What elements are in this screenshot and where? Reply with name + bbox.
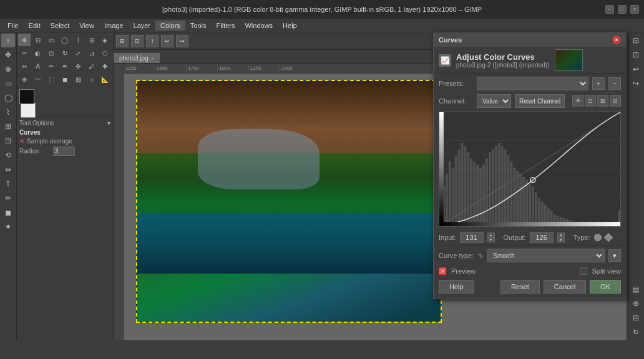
preview-checkbox[interactable]: ✕	[439, 267, 446, 275]
tool-icon-pencil[interactable]: ✒	[59, 60, 71, 72]
undo-icon[interactable]: ↩	[161, 35, 173, 47]
tool-bucket[interactable]: ◼	[1, 206, 15, 219]
menu-windows[interactable]: Windows	[240, 21, 278, 31]
paths-icon[interactable]: ⌇	[146, 35, 159, 47]
tool-icon-rect[interactable]: ▭	[45, 34, 57, 46]
redo-icon[interactable]: ↪	[176, 35, 188, 47]
channel-icon-mask[interactable]: ⊟	[610, 95, 621, 107]
tool-icon-text[interactable]: A	[32, 60, 44, 72]
output-value[interactable]	[530, 232, 554, 243]
split-view-checkbox[interactable]	[580, 267, 587, 275]
tool-crop[interactable]: ⊡	[1, 134, 15, 148]
channel-icon-intersect[interactable]: ⊡	[585, 95, 596, 107]
right-panel-bottom4[interactable]: ↻	[629, 325, 643, 339]
menu-image[interactable]: Image	[99, 21, 129, 31]
tool-icon-free[interactable]: ⌇	[72, 34, 84, 46]
menu-filters[interactable]: Filters	[212, 21, 240, 31]
presets-delete-button[interactable]: −	[608, 77, 621, 90]
tool-icon-perspective[interactable]: ⬡	[99, 47, 111, 59]
channel-icon-eye[interactable]: 👁	[572, 95, 583, 107]
curve-type-select[interactable]: Smooth	[487, 249, 605, 262]
tool-icon-airbrush[interactable]: ✣	[72, 60, 84, 72]
right-panel-bottom2[interactable]: ⊕	[629, 297, 643, 310]
tool-select-ellipse[interactable]: ◯	[1, 91, 15, 105]
help-button[interactable]: Help	[439, 280, 474, 294]
tool-icon-crop[interactable]: ⊡	[45, 47, 57, 59]
tool-icon-bucket[interactable]: ◼	[59, 73, 71, 85]
menu-view[interactable]: View	[74, 21, 99, 31]
output-spin-down[interactable]: ▼	[557, 237, 565, 242]
tool-icon-align[interactable]: ⊟	[32, 34, 44, 46]
tool-icon-fuzzy[interactable]: ⊞	[85, 34, 98, 46]
canvas-image[interactable]	[136, 80, 442, 323]
menu-colors[interactable]: Colors	[155, 21, 185, 31]
right-panel-btn3[interactable]: ↩	[629, 62, 643, 76]
input-spin-down[interactable]: ▼	[487, 237, 495, 242]
tool-icon-clone[interactable]: ⊕	[18, 73, 31, 85]
tool-move[interactable]: ✥	[1, 48, 15, 62]
right-panel-btn1[interactable]: ⊟	[629, 34, 643, 47]
tool-icon-ink[interactable]: 🖊	[85, 60, 98, 72]
menu-help[interactable]: Help	[278, 21, 302, 31]
menu-select[interactable]: Select	[46, 21, 75, 31]
menu-edit[interactable]: Edit	[24, 21, 46, 31]
right-panel-bottom3[interactable]: ⊟	[629, 311, 643, 325]
canvas-tab-close[interactable]: ×	[151, 55, 154, 62]
tool-fuzzy[interactable]: ⊞	[1, 120, 15, 133]
tool-icon-paint[interactable]: ✏	[45, 60, 57, 72]
presets-add-button[interactable]: +	[592, 77, 605, 90]
tool-icon-gradient[interactable]: ▤	[72, 73, 84, 85]
tool-icon-dodge[interactable]: ☼	[85, 73, 98, 85]
canvas-tab-photo3[interactable]: photo3.jpg ×	[114, 53, 160, 63]
input-value[interactable]	[460, 232, 484, 243]
right-panel-btn4[interactable]: ↪	[629, 77, 643, 90]
type-radio-circle[interactable]	[594, 234, 602, 241]
output-spin-up[interactable]: ▲	[557, 232, 565, 237]
minimize-button[interactable]: −	[605, 5, 614, 14]
tool-icon-erase[interactable]: ⬚	[45, 73, 57, 85]
tool-lasso[interactable]: ⌇	[1, 105, 15, 119]
menu-layer[interactable]: Layer	[129, 21, 156, 31]
menu-tools[interactable]: Tools	[185, 21, 212, 31]
close-button[interactable]: ×	[630, 5, 639, 14]
restore-button[interactable]: □	[618, 5, 627, 14]
tool-icon-rotate[interactable]: ↻	[59, 47, 71, 59]
right-panel-bottom1[interactable]: ▤	[629, 282, 643, 296]
ok-button[interactable]: OK	[590, 280, 621, 294]
tool-icon-heal[interactable]: ✚	[99, 60, 111, 72]
dialog-close-button[interactable]: ×	[612, 36, 621, 44]
tool-icon-select-by-color[interactable]: ◈	[99, 34, 111, 46]
cancel-button[interactable]: Cancel	[544, 280, 586, 294]
tool-icon-scissors[interactable]: ✂	[18, 47, 31, 59]
tool-icon-measure[interactable]: 📐	[99, 73, 111, 85]
tool-transform[interactable]: ⟲	[1, 148, 15, 162]
tool-flip[interactable]: ⇔	[1, 163, 15, 176]
foreground-color-swatch[interactable]	[19, 89, 34, 104]
presets-select[interactable]	[477, 77, 588, 90]
tool-options-collapse[interactable]: ▾	[107, 120, 110, 127]
tool-icon-foreground[interactable]: ◐	[32, 47, 44, 59]
right-panel-btn2[interactable]: ⊡	[629, 48, 643, 62]
background-color-swatch[interactable]	[21, 103, 36, 118]
tool-icon-flip[interactable]: ⇔	[18, 60, 31, 72]
tool-text[interactable]: T	[1, 177, 15, 191]
tool-icon-shear[interactable]: ⊿	[85, 47, 98, 59]
channel-select[interactable]: Value	[477, 94, 511, 108]
channels-icon[interactable]: ⊡	[131, 35, 144, 47]
channel-icon-merge[interactable]: ⊞	[597, 95, 608, 107]
tool-icon-move[interactable]: ✥	[18, 34, 31, 46]
tool-icon-smudge[interactable]: 〰	[32, 73, 44, 85]
layers-icon[interactable]: ⊟	[116, 35, 129, 47]
tool-file-manager[interactable]: ≡	[1, 34, 15, 47]
input-spin-up[interactable]: ▲	[487, 232, 495, 237]
reset-channel-button[interactable]: Reset Channel	[515, 94, 565, 108]
reset-button[interactable]: Reset	[500, 280, 540, 294]
tool-paint[interactable]: ✏	[1, 191, 15, 205]
radius-input[interactable]	[53, 146, 75, 156]
type-radio-diamond[interactable]	[603, 233, 612, 242]
curve-type-expand[interactable]: ▾	[608, 249, 621, 262]
curve-area[interactable]	[439, 112, 621, 227]
tool-icon-ellipse[interactable]: ◯	[59, 34, 71, 46]
menu-file[interactable]: File	[2, 21, 24, 31]
tool-select-rect[interactable]: ▭	[1, 77, 15, 90]
